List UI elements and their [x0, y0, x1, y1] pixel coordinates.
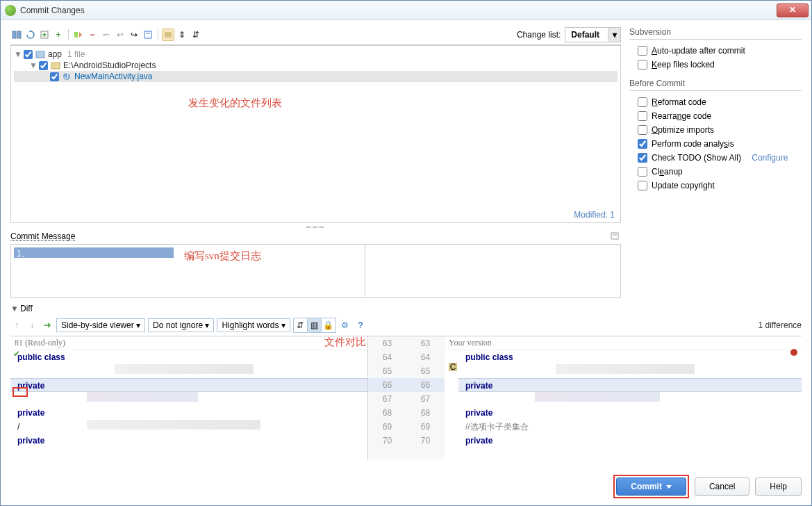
refresh-icon[interactable] [24, 28, 37, 41]
tree-file[interactable]: J NewMainActivity.java [14, 71, 618, 82]
modified-count: Modified: 1 [574, 210, 615, 220]
dropdown-arrow-icon [666, 485, 672, 489]
changed-files-tree: ▼ app 1 file ▼ E:\AndroidStudioProjects [10, 45, 621, 223]
show-diff-icon[interactable] [10, 28, 23, 41]
change-list-value: Default [571, 30, 599, 40]
diff-body: 81 (Read-only) ✔ public classprivatepriv… [10, 336, 802, 459]
resize-handle[interactable]: ═══ [10, 223, 621, 229]
svg-text:J: J [65, 72, 69, 81]
before-commit-header: Before Commit [629, 79, 802, 91]
diff-marker-highlight [13, 387, 28, 397]
collapse-arrow-icon[interactable]: ▼ [29, 60, 36, 70]
annotation-changed-files: 发生变化的文件列表 [188, 97, 282, 110]
collapse-arrow-icon[interactable]: ▼ [14, 49, 21, 59]
diff-label: Diff [20, 304, 33, 313]
viewer-mode-select[interactable]: Side-by-side viewer ▾ [56, 318, 145, 332]
reformat-checkbox[interactable]: Reformat code [629, 95, 802, 109]
help-button[interactable]: Help [755, 478, 802, 496]
changes-toolbar: + − ⤺ ↩ ↪ ⇕ ⇵ Change list: Default [10, 27, 621, 45]
commit-message-area: 1、 [10, 244, 621, 298]
commit-message-label: Commit Message [10, 231, 75, 241]
commit-button[interactable]: Commit [616, 478, 686, 496]
checkbox[interactable] [50, 72, 59, 81]
titlebar: Commit Changes ✕ [1, 1, 811, 20]
diff-right-title: Your version [445, 336, 802, 350]
folder-icon [51, 60, 60, 70]
undo2-icon[interactable]: ↩ [114, 28, 126, 41]
help-icon[interactable]: ? [354, 319, 367, 332]
svg-rect-1 [17, 31, 21, 38]
diff-left-title: 81 (Read-only) [10, 336, 367, 350]
configure-link[interactable]: Configure [752, 153, 788, 163]
error-icon [790, 349, 797, 356]
annotation-diff: 文件对比 [324, 336, 366, 349]
highlight-mode-select[interactable]: Highlight words ▾ [217, 318, 290, 332]
group-icon[interactable] [162, 28, 174, 41]
history-message-icon[interactable] [608, 230, 621, 243]
rearrange-checkbox[interactable]: Rearrange code [629, 109, 802, 123]
subversion-header: Subversion [629, 27, 802, 40]
cancel-button[interactable]: Cancel [695, 478, 749, 496]
svg-rect-9 [36, 51, 44, 58]
tree-file-label: NewMainActivity.java [74, 72, 152, 81]
checkbox[interactable] [39, 61, 48, 70]
code-analysis-checkbox[interactable]: Perform code analysis [629, 137, 802, 151]
diff-count: 1 difference [759, 320, 802, 330]
class-icon: C [447, 361, 458, 373]
change-list-select[interactable]: Default ▾ [565, 27, 621, 42]
cleanup-checkbox[interactable]: Cleanup [629, 165, 802, 179]
add-icon[interactable]: + [52, 28, 65, 41]
svg-rect-10 [51, 63, 60, 69]
update-copyright-checkbox[interactable]: Update copyright [629, 179, 802, 193]
before-commit-section: Before Commit Reformat code Rearrange co… [629, 79, 802, 193]
java-file-icon: J [62, 72, 72, 81]
diff-toolbar: ↑ ↓ Side-by-side viewer ▾ Do not ignore … [10, 315, 802, 336]
diff-collapse-icon[interactable]: ▼ [10, 304, 17, 313]
window-title: Commit Changes [20, 6, 85, 15]
checkbox[interactable] [24, 50, 33, 59]
change-list-label: Change list: [517, 30, 561, 40]
redo-icon[interactable]: ↪ [128, 28, 140, 41]
commit-message-text: 1、 [14, 247, 174, 258]
footer: Commit Cancel Help [613, 475, 802, 498]
svg-rect-0 [13, 31, 16, 38]
move-icon[interactable] [72, 28, 85, 41]
svg-rect-13 [611, 233, 618, 239]
module-icon [35, 49, 45, 59]
subversion-section: Subversion Auto-update after commit Keep… [629, 27, 802, 72]
auto-update-checkbox[interactable]: Auto-update after commit [629, 44, 802, 58]
optimize-imports-checkbox[interactable]: Optimize imports [629, 123, 802, 137]
next-diff-icon[interactable]: ↓ [26, 319, 38, 332]
history-icon[interactable] [142, 28, 154, 41]
sync-scroll-icon[interactable]: ▥ [308, 318, 322, 332]
remove-icon[interactable]: − [86, 28, 99, 41]
diff-right-pane[interactable]: Your version C public classprivateprivat… [445, 336, 802, 459]
keep-locked-checkbox[interactable]: Keep files locked [629, 58, 802, 72]
tree-root-count: 1 file [67, 49, 85, 59]
expand-icon[interactable]: ⇕ [176, 28, 188, 41]
collapse-icon[interactable]: ⇵ [190, 28, 202, 41]
diff-gutter: 6364656667686970 6364656667686970 [368, 336, 445, 459]
tree-root-app[interactable]: ▼ app 1 file [14, 49, 618, 60]
svg-rect-5 [74, 32, 78, 38]
annotation-commit-log: 编写svn提交日志 [184, 250, 261, 263]
lock-icon[interactable]: 🔒 [322, 318, 335, 332]
tree-path[interactable]: ▼ E:\AndroidStudioProjects [14, 60, 618, 71]
new-changelist-icon[interactable] [38, 28, 51, 41]
svg-rect-6 [144, 31, 151, 38]
prev-diff-icon[interactable]: ↑ [10, 319, 23, 332]
chevron-down-icon: ▾ [608, 28, 620, 42]
check-icon: ✔ [13, 349, 20, 359]
diff-left-pane[interactable]: 81 (Read-only) ✔ public classprivatepriv… [10, 336, 368, 459]
svg-text:C: C [450, 362, 456, 372]
app-icon [5, 5, 16, 16]
jump-source-icon[interactable] [41, 319, 53, 332]
tree-path-label: E:\AndroidStudioProjects [63, 60, 156, 70]
settings-icon[interactable]: ⚙ [339, 319, 351, 332]
collapse-unchanged-icon[interactable]: ⇵ [294, 318, 308, 332]
revert-icon[interactable]: ⤺ [100, 28, 113, 41]
close-button[interactable]: ✕ [777, 3, 809, 17]
ignore-mode-select[interactable]: Do not ignore ▾ [148, 318, 214, 332]
check-todo-checkbox[interactable]: Check TODO (Show All) Configure [629, 151, 802, 165]
tree-root-label: app [48, 49, 62, 59]
